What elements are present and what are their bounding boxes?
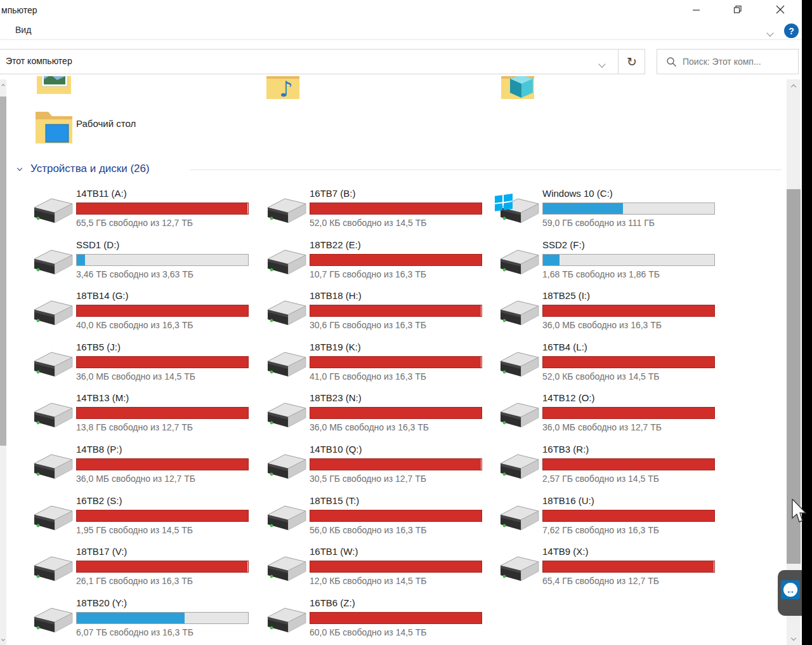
ribbon-tab-bar: Вид ? xyxy=(0,20,812,40)
hard-drive-icon xyxy=(33,605,74,637)
nav-scroll-up-arrow-icon[interactable] xyxy=(0,79,6,90)
drive-tile[interactable]: 18TB17 (V:) 26,1 ГБ свободно из 16,3 ТБ xyxy=(33,546,251,595)
search-icon xyxy=(666,57,677,70)
scroll-down-arrow-icon[interactable] xyxy=(787,632,801,645)
help-button[interactable]: ? xyxy=(784,23,799,38)
drive-tile[interactable]: SSD2 (F:) 1,68 ТБ свободно из 1,86 ТБ xyxy=(499,239,717,289)
drive-tile[interactable]: 16TB5 (J:) 36,0 МБ свободно из 14,5 ТБ xyxy=(33,342,251,391)
address-dropdown-chevron-icon[interactable] xyxy=(599,60,605,71)
vertical-scrollbar[interactable] xyxy=(787,79,801,645)
refresh-button[interactable]: ↻ xyxy=(619,50,645,74)
drive-tile[interactable]: 18TB22 (E:) 10,7 ГБ свободно из 16,3 ТБ xyxy=(266,239,485,289)
drive-capacity-fill xyxy=(310,613,481,623)
drive-tile[interactable]: 14TB10 (Q:) 30,5 ГБ свободно из 12,7 ТБ xyxy=(266,444,485,493)
drive-free-space: 65,4 ГБ свободно из 12,7 ТБ xyxy=(542,576,659,586)
drive-tile[interactable]: 18TB18 (H:) 30,6 ГБ свободно из 16,3 ТБ xyxy=(266,290,485,340)
drive-free-space: 26,1 ГБ свободно из 16,3 ТБ xyxy=(76,576,193,586)
drive-capacity-fill xyxy=(77,255,85,265)
drive-capacity-bar xyxy=(310,458,482,470)
teamviewer-icon: ↔ xyxy=(781,580,800,599)
hard-drive-icon xyxy=(33,554,74,585)
drive-capacity-bar xyxy=(310,254,482,266)
screen-edge-black-strip xyxy=(802,0,812,645)
drive-free-space: 36,0 МБ свободно из 12,7 ТБ xyxy=(76,474,195,484)
drive-free-space: 36,0 МБ свободно из 16,3 ТБ xyxy=(542,320,662,330)
drive-capacity-fill xyxy=(77,613,185,623)
drive-capacity-bar xyxy=(542,510,715,522)
drive-capacity-fill xyxy=(310,255,481,265)
scroll-up-arrow-icon[interactable] xyxy=(787,79,801,92)
close-button[interactable] xyxy=(769,0,792,19)
drive-tile[interactable]: 14TB11 (A:) 65,5 ГБ свободно из 12,7 ТБ xyxy=(33,188,251,237)
drive-grid: 14TB11 (A:) 65,5 ГБ свободно из 12,7 ТБ xyxy=(0,76,812,645)
drive-capacity-fill xyxy=(543,408,714,418)
drive-free-space: 36,0 МБ свободно из 12,7 ТБ xyxy=(542,422,662,432)
drive-tile[interactable]: 14TB9 (X:) 65,4 ГБ свободно из 12,7 ТБ xyxy=(499,546,717,595)
drive-tile[interactable]: 16TB2 (S:) 1,95 ГБ свободно из 14,5 ТБ xyxy=(33,495,251,545)
ribbon-expand-chevron-icon[interactable] xyxy=(768,29,773,40)
drive-tile[interactable]: 18TB15 (T:) 56,0 КБ свободно из 16,3 ТБ xyxy=(266,495,485,545)
drive-capacity-bar xyxy=(310,561,482,573)
drive-capacity-fill xyxy=(310,408,481,418)
drive-free-space: 36,0 МБ свободно из 14,5 ТБ xyxy=(76,371,195,382)
drive-tile[interactable]: 18TB25 (I:) 36,0 МБ свободно из 16,3 ТБ xyxy=(499,290,717,340)
nav-scroll-down-arrow-icon[interactable] xyxy=(0,635,6,645)
drive-tile[interactable]: 14TB13 (M:) 13,8 ГБ свободно из 12,7 ТБ xyxy=(33,392,251,442)
address-breadcrumb[interactable]: Этот компьютер xyxy=(6,56,72,66)
drive-tile[interactable]: 16TB6 (Z:) 60,0 КБ свободно из 14,5 ТБ xyxy=(266,597,485,645)
drive-tile[interactable]: 14TB8 (P:) 36,0 МБ свободно из 12,7 ТБ xyxy=(33,444,251,493)
drive-capacity-fill xyxy=(77,561,247,572)
drive-name: 18TB15 (T:) xyxy=(310,495,359,506)
drive-capacity-bar xyxy=(76,561,249,573)
drive-capacity-bar xyxy=(542,254,715,266)
drive-tile[interactable]: 16TB7 (B:) 52,0 КБ свободно из 14,5 ТБ xyxy=(266,188,485,237)
drive-capacity-bar xyxy=(76,203,249,215)
explorer-window: мпьютер Вид ? Этот компьютер ↻ xyxy=(0,0,812,645)
drive-tile[interactable]: SSD1 (D:) 3,46 ТБ свободно из 3,63 ТБ xyxy=(33,239,251,289)
drive-name: 18TB14 (G:) xyxy=(76,290,129,301)
drive-name: 16TB5 (J:) xyxy=(76,342,121,352)
minimize-button[interactable] xyxy=(684,0,707,19)
drive-name: 16TB6 (Z:) xyxy=(310,597,355,608)
drive-tile[interactable]: Windows 10 (C:) 59,0 ГБ свободно из 111 … xyxy=(499,188,717,237)
search-input[interactable]: Поиск: Этот комп... xyxy=(683,57,761,67)
teamviewer-dock-tab[interactable]: ↔ xyxy=(778,570,803,616)
drive-free-space: 1,95 ГБ свободно из 14,5 ТБ xyxy=(76,525,193,535)
drive-tile[interactable]: 16TB4 (L:) 52,0 КБ свободно из 14,5 ТБ xyxy=(499,342,717,391)
drive-tile[interactable]: 16TB1 (W:) 12,0 КБ свободно из 14,5 ТБ xyxy=(266,546,485,595)
drive-name: 18TB18 (H:) xyxy=(310,290,362,301)
drive-name: 18TB19 (K:) xyxy=(310,342,361,352)
drive-name: 14TB12 (O:) xyxy=(542,392,595,403)
drive-name: 18TB16 (U:) xyxy=(542,495,594,506)
drive-tile[interactable]: 18TB14 (G:) 40,0 КБ свободно из 16,3 ТБ xyxy=(33,290,251,340)
drive-capacity-bar xyxy=(542,561,715,573)
drive-capacity-bar xyxy=(542,458,715,470)
drive-tile[interactable]: 14TB12 (O:) 36,0 МБ свободно из 12,7 ТБ xyxy=(499,392,717,442)
drive-free-space: 40,0 КБ свободно из 16,3 ТБ xyxy=(76,320,193,330)
drive-free-space: 30,6 ГБ свободно из 16,3 ТБ xyxy=(310,320,426,330)
search-box[interactable]: Поиск: Этот комп... xyxy=(657,49,799,74)
address-bar[interactable]: Этот компьютер ↻ xyxy=(0,49,645,74)
drive-capacity-fill xyxy=(543,357,714,368)
drive-name: 14TB9 (X:) xyxy=(542,546,589,557)
drive-capacity-bar xyxy=(310,612,482,624)
drive-tile[interactable]: 16TB3 (R:) 2,57 ГБ свободно из 14,5 ТБ xyxy=(499,444,717,493)
drive-name: Windows 10 (C:) xyxy=(542,188,613,199)
navigation-toolbar: Этот компьютер ↻ Поиск: Этот комп... xyxy=(0,40,812,76)
tab-view[interactable]: Вид xyxy=(15,25,31,35)
drive-name: 14TB10 (Q:) xyxy=(310,444,362,455)
drive-capacity-fill xyxy=(543,203,623,214)
drive-tile[interactable]: 18TB20 (Y:) 6,07 ТБ свободно из 16,3 ТБ xyxy=(33,597,251,645)
drive-tile[interactable]: 18TB16 (U:) 7,62 ГБ свободно из 16,3 ТБ xyxy=(499,495,717,545)
drive-tile[interactable]: 18TB23 (N:) 36,0 МБ свободно из 16,3 ТБ xyxy=(266,392,485,442)
hard-drive-icon xyxy=(499,349,540,381)
nav-pane-scrollbar[interactable] xyxy=(0,79,6,645)
drive-tile[interactable]: 18TB19 (K:) 41,0 ГБ свободно из 16,3 ТБ xyxy=(266,342,485,391)
restore-button[interactable] xyxy=(726,0,749,19)
nav-scrollbar-thumb[interactable] xyxy=(0,96,6,446)
drive-capacity-bar xyxy=(76,305,249,317)
drive-name: 14TB11 (A:) xyxy=(76,188,127,199)
window-title: мпьютер xyxy=(1,5,37,15)
drive-name: 18TB17 (V:) xyxy=(76,546,127,557)
close-icon xyxy=(776,5,785,14)
